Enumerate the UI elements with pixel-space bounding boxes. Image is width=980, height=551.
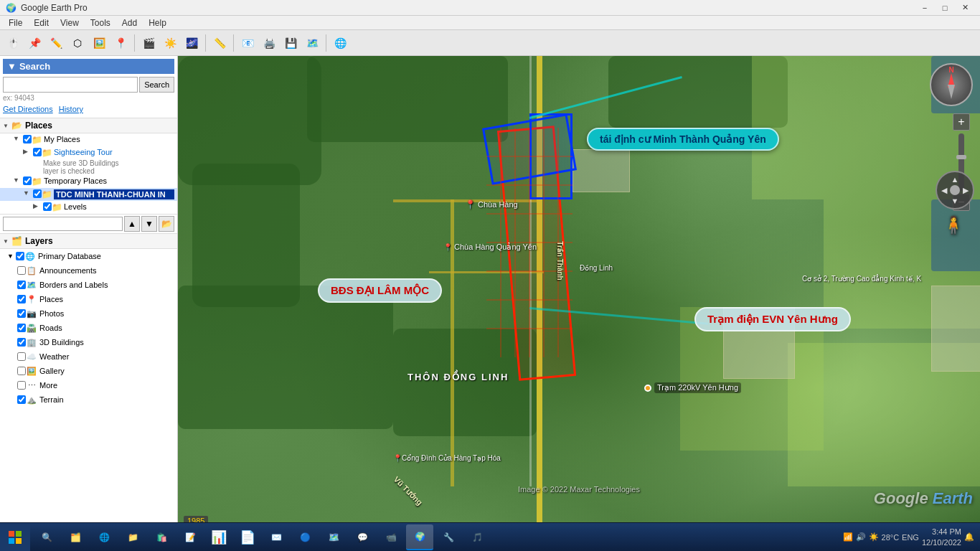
tool-placemark[interactable]: 📌 (24, 33, 44, 53)
taskbar-notification[interactable]: 🔔 (964, 532, 974, 542)
tb-edge[interactable]: 🌐 (90, 524, 118, 550)
check-levels[interactable] (43, 202, 52, 211)
expand-tdc[interactable]: ▼ (23, 189, 32, 197)
menu-tools[interactable]: Tools (85, 17, 116, 29)
maximize-button[interactable]: □ (936, 0, 954, 16)
minimize-button[interactable]: − (915, 0, 934, 16)
tree-item-tdc[interactable]: ▼ 📁 TDC MINH THANH-CHUAN IN (0, 188, 177, 201)
tool-move[interactable]: 🖱️ (3, 33, 23, 53)
zoom-handle[interactable] (956, 155, 966, 159)
tb-notepad[interactable]: 📝 (176, 524, 204, 550)
tb-maps[interactable]: 🗺️ (320, 524, 347, 550)
tool-tour[interactable]: 🎬 (138, 33, 159, 53)
menu-file[interactable]: File (3, 17, 28, 29)
tool-maps[interactable]: 🗺️ (302, 33, 322, 53)
zoom-in-button[interactable]: + (953, 113, 970, 131)
tb-excel[interactable]: 📊 (205, 524, 232, 550)
tool-record[interactable]: 📍 (110, 33, 131, 53)
tb-zoom[interactable]: 📹 (377, 524, 405, 550)
check-photos[interactable] (17, 309, 26, 318)
tb-search[interactable]: 🔍 (33, 524, 60, 550)
search-header[interactable]: ▼ Search (3, 59, 174, 74)
tool-path[interactable]: ✏️ (46, 33, 66, 53)
get-directions-link[interactable]: Get Directions (3, 105, 53, 113)
check-primary-db[interactable] (16, 252, 24, 260)
tree-item-sightseeing[interactable]: ▶ 📁 Sightseeing Tour (0, 146, 177, 159)
places-folder-btn[interactable]: 📂 (159, 216, 174, 232)
tb-outlook[interactable]: ✉️ (263, 524, 290, 550)
layer-weather[interactable]: ☁️ Weather (0, 349, 177, 364)
places-filter-input[interactable] (3, 217, 123, 231)
layer-3d-buildings[interactable]: 🏢 3D Buildings (0, 335, 177, 349)
check-sightseeing[interactable] (33, 148, 42, 156)
check-myplaces[interactable] (23, 135, 32, 143)
pan-right[interactable]: ▶ (960, 184, 971, 196)
expand-myplaces[interactable]: ▼ (13, 135, 22, 142)
start-button[interactable] (0, 523, 30, 552)
pan-down[interactable]: ▼ (949, 195, 961, 207)
layer-borders[interactable]: 🗺️ Borders and Labels (0, 278, 177, 292)
layer-places[interactable]: 📍 Places (0, 292, 177, 306)
tree-item-myplaces[interactable]: ▼ 📁 My Places (0, 133, 177, 146)
compass-ring[interactable]: N (930, 63, 973, 106)
tb-store[interactable]: 🛍️ (148, 524, 175, 550)
layer-photos[interactable]: 📷 Photos (0, 306, 177, 321)
search-button[interactable]: Search (139, 77, 174, 93)
menu-view[interactable]: View (55, 17, 85, 29)
check-borders[interactable] (17, 281, 26, 289)
expand-levels[interactable]: ▶ (33, 202, 42, 209)
tool-earth[interactable]: 🌐 (330, 33, 350, 53)
check-announcements[interactable] (17, 266, 26, 275)
tree-item-levels[interactable]: ▶ 📁 Levels (0, 201, 177, 214)
places-down-btn[interactable]: ▼ (141, 216, 157, 232)
check-roads[interactable] (17, 324, 26, 332)
check-tdc[interactable] (33, 189, 42, 198)
history-link[interactable]: History (59, 105, 83, 113)
pan-ring[interactable]: ▲ ▼ ◀ ▶ (936, 171, 974, 209)
pan-up[interactable]: ▲ (949, 174, 961, 185)
search-input[interactable] (3, 77, 138, 93)
layer-gallery[interactable]: 🖼️ Gallery (0, 364, 177, 378)
tb-ge[interactable]: 🌍 (406, 524, 433, 550)
menu-help[interactable]: Help (143, 17, 172, 29)
menu-add[interactable]: Add (116, 17, 143, 29)
tool-polygon[interactable]: ⬡ (67, 33, 88, 53)
tool-save-image[interactable]: 💾 (281, 33, 301, 53)
layer-more[interactable]: ⋯ More (0, 378, 177, 392)
tree-item-tempplaces[interactable]: ▼ 📁 Temporary Places (0, 175, 177, 188)
check-gallery[interactable] (17, 367, 26, 375)
check-weather[interactable] (17, 352, 26, 361)
tool-sky[interactable]: 🌌 (182, 33, 202, 53)
layers-header[interactable]: ▼ 🗂️ Layers (0, 234, 177, 249)
menu-edit[interactable]: Edit (28, 17, 55, 29)
layer-announcements[interactable]: 📋 Announcements (0, 263, 177, 278)
tool-ruler[interactable]: 📏 (209, 33, 230, 53)
tool-sun[interactable]: ☀️ (160, 33, 180, 53)
places-up-btn[interactable]: ▲ (124, 216, 140, 232)
tb-word[interactable]: 📄 (234, 524, 261, 550)
check-more[interactable] (17, 381, 26, 390)
tb-explorer[interactable]: 📁 (119, 524, 146, 550)
expand-sightseeing[interactable]: ▶ (23, 148, 32, 155)
pegman-icon[interactable]: 🧍 (943, 215, 964, 235)
pan-left[interactable]: ◀ (938, 184, 950, 196)
check-tempplaces[interactable] (23, 176, 32, 185)
expand-primary[interactable]: ▼ (7, 253, 14, 260)
places-header[interactable]: ▼ 📂 Places (0, 118, 177, 133)
tb-chrome[interactable]: 🔵 (291, 524, 319, 550)
tb-zalo[interactable]: 💬 (349, 524, 376, 550)
tb-extra1[interactable]: 🔧 (435, 524, 462, 550)
check-places[interactable] (17, 295, 26, 303)
check-3d-buildings[interactable] (17, 338, 26, 347)
tb-taskview[interactable]: 🗂️ (62, 524, 89, 550)
pan-center[interactable] (950, 185, 960, 195)
check-terrain[interactable] (17, 395, 26, 404)
tool-email[interactable]: 📧 (237, 33, 258, 53)
close-button[interactable]: ✕ (956, 0, 974, 16)
expand-tempplaces[interactable]: ▼ (13, 176, 22, 184)
compass[interactable]: N (930, 63, 973, 106)
tool-image-overlay[interactable]: 🖼️ (89, 33, 109, 53)
tool-print[interactable]: 🖨️ (259, 33, 279, 53)
layer-primary-db[interactable]: ▼ 🌐 Primary Database (0, 249, 177, 263)
tb-extra2[interactable]: 🎵 (463, 524, 491, 550)
